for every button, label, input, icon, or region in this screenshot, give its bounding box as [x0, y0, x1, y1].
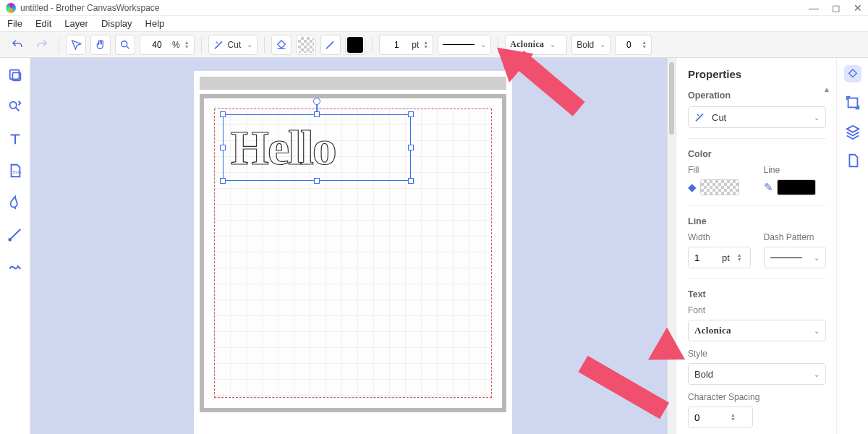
text-object[interactable]: Hello	[231, 119, 336, 176]
line-tool-button[interactable]	[320, 35, 341, 55]
line-width-input[interactable]	[384, 40, 409, 50]
menu-file[interactable]: File	[7, 18, 22, 29]
close-icon[interactable]: ✕	[854, 2, 862, 14]
menu-layer[interactable]: Layer	[64, 18, 88, 29]
spade-tool[interactable]	[7, 194, 24, 211]
style-value: Bold	[694, 369, 713, 380]
charspacing-stepper[interactable]: ▲▼	[731, 413, 736, 422]
dash-label: Dash Pattern	[764, 232, 827, 242]
width-label: Width	[688, 232, 751, 242]
left-tool-rail: SVG	[0, 58, 30, 434]
app-icon	[6, 3, 16, 13]
width-stepper[interactable]: ▲▼	[737, 253, 742, 262]
line-preview-icon	[770, 258, 802, 258]
char-spacing-stepper[interactable]: ▲▼	[642, 41, 647, 49]
line-width-unit: pt	[412, 40, 419, 50]
width-field-panel[interactable]: pt ▲▼	[688, 247, 751, 268]
redo-button[interactable]	[32, 35, 52, 55]
svg-point-3	[9, 102, 16, 109]
layers-tab[interactable]	[844, 123, 861, 140]
page-tab[interactable]	[844, 152, 861, 169]
resize-handle[interactable]	[408, 111, 414, 117]
zoom-tool-button[interactable]	[115, 35, 135, 55]
maximize-icon[interactable]: ◻	[832, 2, 841, 14]
chevron-down-icon: ⌄	[600, 41, 605, 48]
minimize-icon[interactable]: —	[809, 2, 819, 14]
line-preview-icon	[443, 44, 475, 45]
resize-handle[interactable]	[220, 145, 226, 150]
zoom-field[interactable]: % ▲▼	[140, 35, 195, 55]
char-spacing-field[interactable]: ▲▼	[615, 35, 652, 55]
chevron-down-icon: ⌄	[814, 114, 820, 122]
style-select-panel[interactable]: Bold ⌄	[688, 363, 826, 385]
properties-tab[interactable]	[844, 65, 861, 82]
svg-point-5	[9, 239, 11, 241]
canvas-viewport[interactable]: Hello	[30, 58, 676, 434]
resize-handle[interactable]	[220, 178, 226, 184]
operation-select-panel[interactable]: Cut ⌄	[688, 106, 826, 128]
canvas-vscrollbar[interactable]	[667, 58, 676, 434]
dash-pattern-select[interactable]: ⌄	[438, 35, 491, 55]
zoom-input[interactable]	[145, 40, 169, 50]
menubar: File Edit Layer Display Help	[0, 16, 868, 32]
resize-handle[interactable]	[314, 178, 320, 184]
fill-swatch-panel[interactable]	[700, 179, 739, 195]
charspacing-field-panel[interactable]: ▲▼	[688, 407, 753, 428]
right-tool-rail	[836, 58, 868, 434]
undo-button[interactable]	[7, 35, 27, 55]
width-input[interactable]	[694, 252, 716, 263]
menu-edit[interactable]: Edit	[35, 18, 51, 29]
rotate-handle[interactable]	[313, 98, 320, 105]
line-width-stepper[interactable]: ▲▼	[423, 41, 428, 49]
font-style-select[interactable]: Bold ⌄	[571, 35, 610, 55]
style-label: Style	[688, 349, 826, 359]
zoom-stepper[interactable]: ▲▼	[184, 41, 190, 49]
line-swatch-panel[interactable]	[777, 179, 816, 195]
resize-handle[interactable]	[408, 178, 414, 184]
line-icon: ✎	[764, 181, 773, 194]
resize-handle[interactable]	[314, 111, 320, 117]
font-value: Aclonica	[694, 325, 731, 336]
cut-icon	[213, 39, 225, 51]
operation-value: Cut	[712, 112, 726, 123]
collapse-icon[interactable]: ▲	[823, 85, 830, 93]
svg-rect-6	[848, 98, 857, 108]
pan-tool-button[interactable]	[90, 35, 111, 55]
char-spacing-input[interactable]	[620, 40, 637, 50]
text-tool[interactable]	[7, 130, 24, 148]
line-width-field[interactable]: pt ▲▼	[379, 35, 433, 55]
main-area: SVG Hello	[0, 58, 868, 434]
section-color: Color	[688, 149, 826, 159]
font-select-panel[interactable]: Aclonica ⌄	[688, 320, 826, 341]
selection-box[interactable]: Hello	[223, 114, 411, 181]
shapes-tool[interactable]	[7, 67, 24, 84]
resize-handle[interactable]	[220, 111, 226, 117]
resize-handle[interactable]	[408, 145, 414, 150]
section-line: Line	[688, 216, 826, 226]
artboard: Hello	[194, 71, 512, 434]
menu-help[interactable]: Help	[145, 18, 165, 29]
fill-icon: ◆	[688, 181, 697, 194]
path-tool[interactable]	[7, 258, 24, 275]
search-shape-tool[interactable]	[7, 98, 24, 116]
artboard-page[interactable]: Hello	[200, 94, 506, 412]
line-label: Line	[764, 165, 827, 175]
charspacing-input[interactable]	[694, 412, 723, 423]
section-operation: Operation	[688, 90, 826, 101]
line-draw-tool[interactable]	[7, 226, 24, 243]
select-tool-button[interactable]	[66, 35, 86, 55]
dash-select-panel[interactable]: ⌄	[764, 247, 827, 268]
chevron-down-icon: ⌄	[550, 41, 556, 48]
font-select[interactable]: Aclonica ⌄	[505, 35, 567, 55]
svg-import-tool[interactable]: SVG	[7, 162, 24, 179]
window-title: untitled - Brother CanvasWorkspace	[20, 3, 809, 13]
line-swatch[interactable]	[345, 35, 365, 55]
transform-tab[interactable]	[844, 94, 861, 111]
artboard-header	[200, 77, 506, 90]
menu-display[interactable]: Display	[101, 18, 132, 29]
chevron-down-icon: ⌄	[814, 254, 820, 262]
properties-panel: Properties ▲ Operation Cut ⌄ Color Fill …	[676, 58, 836, 434]
operation-select[interactable]: Cut ⌄	[208, 35, 258, 55]
fill-swatch[interactable]	[296, 35, 316, 55]
fill-tool-button[interactable]	[271, 35, 292, 55]
